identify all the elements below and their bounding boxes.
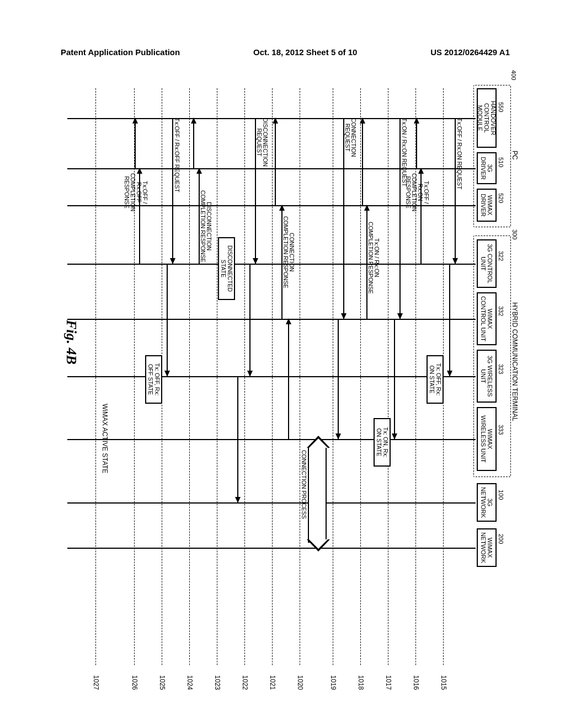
arrow-1015-b — [449, 264, 450, 376]
lane-netwimax: WiMAX NETWORK — [477, 528, 497, 567]
arrow-1018-b: Tx:ON / Rx:ON COMPLETION RESPONSE — [366, 205, 367, 319]
arrow-1022-a: DISCONNECTION REQUEST — [255, 118, 256, 264]
pc-label: PC — [511, 151, 519, 160]
step-1017: 1017 — [388, 88, 388, 665]
arrow-1025-a: Tx:OFF / Rx:OFF REQUEST — [172, 118, 173, 264]
arrow-1026-a: Tx:OFF / Rx:OFF COMPLETION RESPONSE — [135, 118, 136, 168]
arrow-1025-b — [167, 264, 168, 376]
state-wimax-on: Tx: ON, Rx: ON STATE — [374, 418, 391, 467]
step-1021: 1021 — [272, 88, 273, 665]
lane-wlwimax-label: WiMAX WIRELESS UNIT — [480, 415, 493, 463]
step-num-1022: 1022 — [241, 675, 249, 690]
step-num-1019: 1019 — [329, 675, 337, 690]
sequence-diagram: 400 PC 300 HYBRID COMMUNICATION TERMINAL… — [44, 83, 521, 667]
label-1019-a: CONNECTION REQUEST — [344, 118, 356, 157]
label-1021-a: CONNECTION COMPLETION RESPONSE — [282, 216, 295, 288]
lane-drv3g: 3G DRIVER — [477, 152, 497, 184]
lane-ctlwimax-ref: 332 — [498, 306, 504, 316]
lane-wl3g: 3G WIRELESS UNIT — [477, 350, 497, 403]
arrow-1024-b: DISCONNECTION COMPLETION RESPONSE — [199, 168, 200, 264]
label-1015-a: Tx:OFF / Rx:ON REQUEST — [456, 118, 462, 190]
state-wimax-on-label: Tx: ON, Rx: ON STATE — [376, 427, 389, 458]
lane-drvwimax-ref: 520 — [498, 193, 504, 203]
header-center: Oct. 18, 2012 Sheet 5 of 10 — [253, 47, 357, 57]
lane-net3g-label: 3G NETWORK — [480, 487, 493, 518]
arrow-1019-a: CONNECTION REQUEST — [343, 118, 344, 319]
arrow-1017-b — [394, 319, 395, 439]
step-1023: 1023 — [217, 88, 217, 665]
label-1026-a: Tx:OFF / Rx:OFF COMPLETION RESPONSE — [124, 173, 148, 211]
pc-ref: 400 — [510, 70, 517, 80]
label-1016-a: Tx:OFF / Rx:ON COMPLETION RESPONSE — [405, 173, 429, 211]
lane-handover-label: HANDOVER CONTROL MODULE — [477, 90, 497, 146]
terminal-label: HYBRID COMMUNICATION TERMINAL — [511, 302, 519, 421]
step-num-1024: 1024 — [186, 675, 194, 690]
lane-ctlwimax: WiMAX CONTROL UNIT — [477, 292, 497, 345]
lifeline-wl3g — [67, 376, 476, 377]
connection-process-arrow — [308, 447, 327, 543]
arrow-1019-b — [338, 319, 339, 439]
wimax-active-state: WiMAX ACTIVE STATE — [101, 404, 108, 473]
lifeline-netwimax — [67, 548, 476, 549]
lifeline-drv3g — [67, 168, 476, 169]
diagram-rotated-wrap: 400 PC 300 HYBRID COMMUNICATION TERMINAL… — [0, 83, 521, 559]
state-3g-off-label: Tx: OFF, Rx: OFF STATE — [147, 363, 161, 396]
lane-drv3g-ref: 510 — [498, 157, 504, 167]
step-num-1018: 1018 — [357, 675, 365, 690]
lifeline-ctlwimax — [67, 319, 476, 320]
arrow-1023-net — [237, 376, 238, 502]
state-3g-off: Tx: OFF, Rx: OFF STATE — [145, 355, 162, 404]
lane-net3g-ref: 100 — [498, 490, 504, 500]
arrow-1024-a — [193, 118, 194, 168]
lane-drv3g-label: 3G DRIVER — [480, 157, 493, 180]
step-num-1026: 1026 — [131, 675, 138, 690]
step-1022: 1022 — [244, 88, 245, 665]
lane-net3g: 3G NETWORK — [477, 483, 497, 522]
step-num-1027: 1027 — [92, 675, 100, 690]
label-1017-a: Tx:ON / Rx:ON REQUEST — [401, 118, 407, 186]
state-3g-on-label: Tx: OFF, Rx: ON STATE — [429, 363, 442, 396]
lane-wlwimax-ref: 333 — [498, 425, 504, 435]
step-num-1020: 1020 — [296, 675, 304, 690]
label-1018-a: Tx:ON / Rx:ON COMPLETION RESPONSE — [367, 222, 380, 294]
step-1018: 1018 — [360, 88, 361, 665]
connection-process-label: CONNECTION PROCESS — [301, 450, 307, 519]
step-1027: 1027 — [95, 88, 96, 665]
disconnected-state: DISCONNECTED STATE — [218, 237, 235, 300]
lane-netwimax-label: WiMAX NETWORK — [480, 532, 493, 563]
lifeline-ctl3g — [67, 264, 476, 265]
lane-wl3g-ref: 323 — [498, 364, 504, 374]
lane-ctl3g-ref: 322 — [498, 251, 504, 261]
lane-ctlwimax-label: WiMAX CONTROL UNIT — [480, 296, 493, 341]
arrow-1018-a — [362, 118, 363, 205]
figure-label: Fig. 4B — [63, 320, 79, 365]
arrow-1022-b — [249, 264, 250, 376]
step-num-1015: 1015 — [440, 675, 447, 690]
lane-handover-ref: 550 — [498, 102, 504, 112]
page-root: Patent Application Publication Oct. 18, … — [0, 0, 565, 728]
arrow-1021-b: CONNECTION COMPLETION RESPONSE — [281, 205, 282, 319]
label-1025-a: Tx:OFF / Rx:OFF REQUEST — [174, 118, 180, 192]
header-right: US 2012/0264429 A1 — [430, 47, 510, 57]
lane-drvwimax: WiMAX DRIVER — [477, 189, 497, 222]
label-1022-a: DISCONNECTION REQUEST — [256, 118, 268, 167]
lane-wlwimax: WiMAX WIRELESS UNIT — [477, 407, 497, 471]
lane-handover: HANDOVER CONTROL MODULE — [477, 88, 497, 148]
step-num-1021: 1021 — [269, 675, 276, 690]
arrow-1016-a: Tx:OFF / Rx:ON COMPLETION RESPONSE — [416, 118, 417, 168]
lane-ctl3g: 3G CONTROL UNIT — [477, 239, 497, 288]
step-num-1017: 1017 — [385, 675, 392, 690]
terminal-ref: 300 — [511, 229, 518, 239]
lane-drvwimax-label: WiMAX DRIVER — [480, 194, 493, 217]
arrow-1017-a: Tx:ON / Rx:ON REQUEST — [399, 118, 401, 319]
step-num-1025: 1025 — [158, 675, 166, 690]
step-num-1023: 1023 — [214, 675, 221, 690]
step-1019: 1019 — [333, 88, 333, 665]
lane-netwimax-ref: 200 — [498, 534, 504, 544]
arrow-1021-c — [288, 319, 289, 439]
lane-wl3g-label: 3G WIRELESS UNIT — [480, 356, 493, 397]
connection-process-arrow-head-l-in — [309, 438, 328, 448]
page-header: Patent Application Publication Oct. 18, … — [0, 47, 565, 57]
connection-process-arrow-head-r-in — [309, 539, 328, 549]
arrow-1015-a: Tx:OFF / Rx:ON REQUEST — [455, 118, 456, 264]
